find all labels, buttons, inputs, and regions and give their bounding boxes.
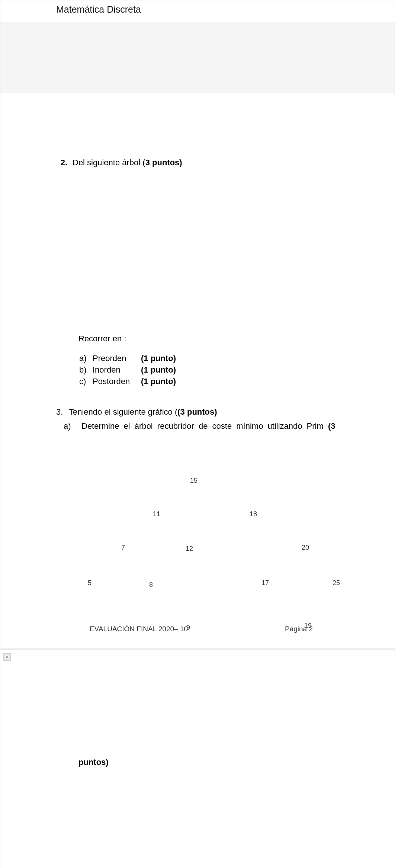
q3-sub-a: a) Determine el árbol recubridor de cost… bbox=[64, 420, 339, 432]
q3-sub-text: Determine el árbol recubridor de coste m… bbox=[81, 420, 339, 432]
tree-node: 8 bbox=[149, 581, 153, 589]
tree-node: 11 bbox=[153, 510, 160, 518]
q2-sub-items: a) Preorden (1 punto) b) Inorden (1 punt… bbox=[79, 353, 339, 387]
footer-left: EVALUACIÓN FINAL 2020– 10 bbox=[90, 625, 188, 633]
page-2: puntos) bbox=[0, 649, 395, 868]
q2-item-c: c) Postorden (1 punto) bbox=[79, 376, 339, 387]
page-footer: EVALUACIÓN FINAL 2020– 10 Página 2 bbox=[0, 625, 395, 633]
tree-node: 12 bbox=[186, 545, 193, 553]
course-title: Matemática Discreta bbox=[56, 4, 141, 15]
q3-text: Teniendo el siguiente gráfico ((3 puntos… bbox=[69, 406, 217, 418]
tree-node: 5 bbox=[88, 579, 91, 587]
q3-prompt: 3. Teniendo el siguiente gráfico ((3 pun… bbox=[56, 406, 339, 418]
tree-node: 20 bbox=[302, 544, 309, 552]
q2-item-b: b) Inorden (1 punto) bbox=[79, 364, 339, 376]
content: 2. Del siguiente árbol (3 puntos) Recorr… bbox=[0, 156, 395, 432]
q3-puntos-continuation: puntos) bbox=[78, 757, 339, 767]
q2-text: Del siguiente árbol (3 puntos) bbox=[73, 156, 182, 169]
question-3: 3. Teniendo el siguiente gráfico ((3 pun… bbox=[56, 406, 339, 432]
tree-node: 25 bbox=[333, 579, 340, 587]
tree-placeholder bbox=[56, 169, 339, 332]
q3-number: 3. bbox=[56, 406, 64, 418]
tree-node: 15 bbox=[190, 477, 198, 485]
page-1: Matemática Discreta 2. Del siguiente árb… bbox=[0, 0, 395, 648]
page-2-content: puntos) bbox=[0, 650, 395, 767]
bst-tree: 15 11 18 7 12 20 5 8 17 25 9 19 bbox=[0, 481, 395, 648]
q2-item-a: a) Preorden (1 punto) bbox=[79, 353, 339, 364]
tree-node: 18 bbox=[250, 510, 257, 518]
q2-prompt: 2. Del siguiente árbol (3 puntos) bbox=[56, 156, 339, 169]
question-2: 2. Del siguiente árbol (3 puntos) Recorr… bbox=[56, 156, 339, 387]
tree-node: 17 bbox=[261, 579, 269, 587]
header: Matemática Discreta bbox=[0, 0, 395, 22]
broken-image-icon bbox=[3, 653, 11, 661]
q2-number: 2. bbox=[56, 156, 67, 169]
tree-node: 7 bbox=[121, 544, 125, 552]
page-gap bbox=[0, 22, 395, 93]
recorrer-label: Recorrer en : bbox=[78, 332, 339, 345]
footer-right: Página 2 bbox=[285, 625, 313, 633]
